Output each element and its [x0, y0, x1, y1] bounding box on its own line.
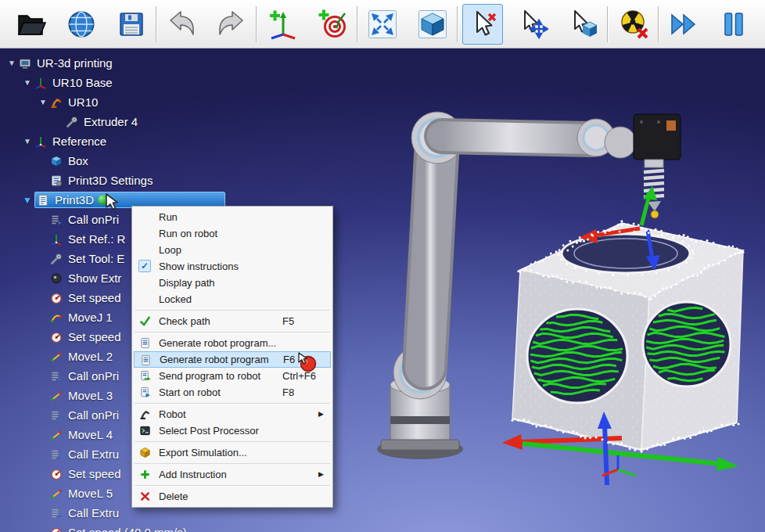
toolbar-group	[362, 4, 453, 45]
toolbar-separator	[256, 6, 257, 42]
tree-item-label: UR-3d printing	[37, 56, 113, 70]
expander-icon[interactable]: ▼	[36, 98, 50, 106]
web-globe-icon	[66, 9, 97, 40]
select-cursor-icon	[467, 9, 498, 40]
tree-item-label: Call onPri	[68, 369, 119, 383]
toolbar-group	[161, 4, 252, 45]
expander-icon[interactable]: ▼	[5, 59, 19, 67]
isometric-view-button[interactable]	[412, 4, 453, 45]
settings-icon	[50, 174, 64, 187]
check-icon	[138, 315, 152, 328]
tree-item-set-speed-40-0-mm-s[interactable]: Set speed (40.0 mm/s)	[0, 523, 344, 532]
add-target-button[interactable]	[312, 4, 353, 45]
menu-no-icon	[138, 210, 152, 224]
frame-icon	[50, 233, 64, 246]
menu-item-label: Show instructions	[159, 261, 239, 272]
menu-item-locked[interactable]: Locked	[134, 291, 331, 307]
menu-separator	[135, 310, 330, 311]
toolbar-group	[663, 4, 754, 45]
tree-item-label: Set speed	[68, 467, 121, 480]
tree-item-ur10[interactable]: ▼UR10	[0, 92, 344, 112]
select-cursor-button[interactable]	[462, 4, 503, 45]
menu-item-label: Select Post Processor	[159, 425, 259, 437]
menu-no-icon	[138, 293, 152, 306]
redo-button[interactable]	[211, 4, 252, 45]
add-target-icon	[317, 9, 348, 40]
call-icon	[50, 409, 64, 422]
open-folder-icon	[16, 9, 47, 40]
menu-item-run-on-robot[interactable]: Run on robot	[134, 225, 331, 242]
export-icon	[138, 446, 152, 459]
collision-check-button[interactable]	[613, 4, 654, 45]
menu-item-generate-robot-program[interactable]: Generate robot program...	[134, 335, 331, 351]
menu-item-robot[interactable]: Robot▶	[134, 406, 331, 422]
mouse-cursor-click	[296, 352, 318, 377]
speed-icon	[50, 468, 64, 480]
toolbar-group	[11, 4, 152, 45]
tool-icon	[66, 116, 80, 128]
tree-item-label: UR10 Base	[52, 76, 113, 89]
tree-item-label: MoveL 2	[68, 350, 113, 363]
tree-item-label: Call Extru	[68, 506, 119, 519]
tree-item-label: Set speed	[68, 291, 121, 304]
show-icon	[50, 272, 64, 285]
toolbar	[0, 0, 765, 49]
collision-check-icon	[618, 9, 649, 40]
expander-icon[interactable]: ▼	[20, 137, 34, 146]
toolbar-group	[462, 4, 603, 45]
menu-item-label: Generate robot program...	[159, 337, 276, 349]
menu-item-label: Export Simulation...	[159, 447, 247, 458]
redo-icon	[216, 9, 247, 40]
menu-item-start-on-robot[interactable]: Start on robotF8	[134, 384, 331, 401]
menu-item-export-simulation[interactable]: Export Simulation...	[134, 444, 331, 461]
call-icon	[50, 448, 64, 461]
fit-all-button[interactable]	[362, 4, 403, 45]
tool-icon	[50, 253, 64, 265]
open-folder-button[interactable]	[11, 4, 52, 45]
delete-icon	[138, 490, 152, 503]
menu-item-check-path[interactable]: Check pathF5	[134, 313, 331, 329]
menu-item-delete[interactable]: Delete	[134, 488, 331, 505]
tree-item-label: Set speed	[68, 330, 121, 343]
3d-viewport[interactable]: ▼UR-3d printing▼UR10 Base▼UR10Extruder 4…	[0, 49, 765, 532]
menu-item-loop[interactable]: Loop	[134, 242, 331, 258]
toolbar-separator	[607, 6, 609, 42]
select-move-cursor-button[interactable]	[512, 4, 553, 45]
menu-item-label: Check path	[159, 315, 210, 327]
menu-item-select-post-processor[interactable]: Select Post Processor	[134, 422, 331, 439]
undo-button[interactable]	[161, 4, 202, 45]
tree-item-print3d-settings[interactable]: Print3D Settings	[0, 171, 344, 190]
expander-icon[interactable]: ▼	[20, 78, 34, 87]
tree-item-ur-3d-printing[interactable]: ▼UR-3d printing	[0, 53, 344, 73]
add-reference-frame-icon	[267, 9, 298, 40]
isometric-view-icon	[417, 9, 448, 40]
menu-item-display-path[interactable]: Display path	[134, 275, 331, 291]
undo-icon	[166, 9, 197, 40]
menu-item-run[interactable]: Run	[134, 209, 331, 225]
web-globe-button[interactable]	[61, 4, 102, 45]
pause-icon	[718, 9, 749, 40]
fast-forward-button[interactable]	[663, 4, 704, 45]
movel-icon	[50, 350, 64, 363]
toolbar-group	[262, 4, 353, 45]
menu-shortcut: F8	[282, 384, 294, 401]
tree-item-reference[interactable]: ▼Reference	[0, 131, 344, 151]
toolbar-separator	[156, 6, 157, 42]
expander-icon[interactable]: ▼	[20, 195, 34, 206]
robot-dark-icon	[138, 408, 152, 421]
select-rotate-cursor-button[interactable]	[562, 4, 603, 45]
menu-item-add-instruction[interactable]: Add Instruction▶	[134, 466, 331, 483]
tree-item-ur10-base[interactable]: ▼UR10 Base	[0, 73, 344, 92]
tree-item-extruder-4[interactable]: Extruder 4	[0, 112, 344, 131]
pause-button[interactable]	[713, 4, 754, 45]
save-button[interactable]	[111, 4, 152, 45]
tree-item-box[interactable]: Box	[0, 151, 344, 171]
menu-item-show-instructions[interactable]: ✓Show instructions	[134, 258, 331, 275]
tree-item-label: Show Extr	[68, 271, 121, 285]
movel-icon	[50, 390, 64, 402]
add-reference-frame-button[interactable]	[262, 4, 303, 45]
fit-all-icon	[367, 9, 398, 40]
menu-separator	[135, 463, 330, 464]
station-icon	[19, 57, 33, 70]
tree-item-label: Call Extru	[68, 448, 119, 461]
